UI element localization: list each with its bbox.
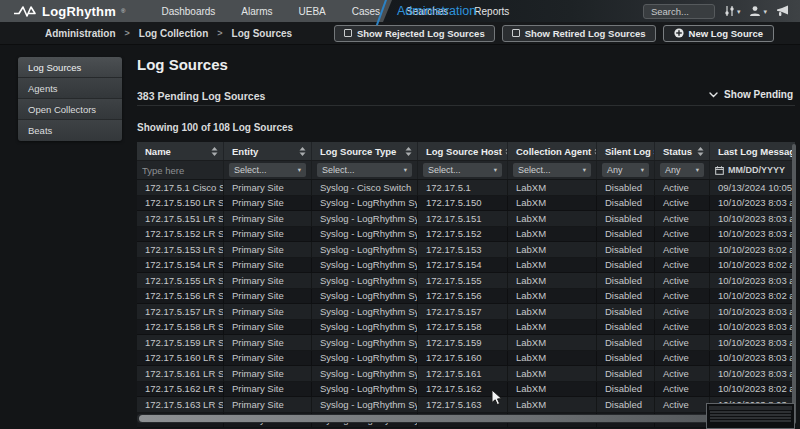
cell-type: Syslog - LogRhythm Syslog Ge...: [312, 304, 418, 320]
table-row[interactable]: 172.17.5.162 LR Sysl...Primary SiteSyslo…: [137, 382, 795, 398]
nav-item-ueba[interactable]: UEBA: [298, 6, 325, 17]
table-row[interactable]: 172.17.5.157 LR Sysl...Primary SiteSyslo…: [137, 304, 795, 320]
showing-count-label: Showing 100 of 108 Log Sources: [137, 122, 293, 133]
chevron-down-icon: ▾: [763, 8, 767, 15]
cell-name: 172.17.5.159 LR Sysl...: [137, 335, 224, 351]
table-row[interactable]: 172.17.5.156 LR Sysl...Primary SiteSyslo…: [137, 289, 795, 305]
cell-type: Syslog - LogRhythm Syslog Ge...: [312, 382, 418, 398]
cell-status: Active: [655, 397, 710, 413]
breadcrumb-log-sources[interactable]: Log Sources: [232, 28, 293, 39]
cell-status: Active: [655, 289, 710, 305]
column-header-name[interactable]: Name: [137, 142, 224, 160]
horizontal-scrollbar-track[interactable]: [137, 414, 795, 423]
filter-date-cell: MM/DD/YYYY: [710, 161, 795, 179]
logrhythm-logo[interactable]: LogRhythm ®: [0, 4, 125, 19]
thumbnail-row-stripe: [710, 411, 791, 413]
entity-filter-select[interactable]: Select... ▾: [229, 163, 306, 177]
cell-type: Syslog - LogRhythm Syslog Ge...: [312, 335, 418, 351]
table-row[interactable]: 172.17.5.1 Cisco Swit...Primary SiteSysl…: [137, 180, 795, 196]
nav-item-administration-active[interactable]: Administration: [397, 0, 476, 22]
breadcrumb-bar: Administration > Log Collection > Log So…: [0, 22, 800, 45]
cell-silent: Disabled: [597, 335, 655, 351]
column-header-log-source-host[interactable]: Log Source Host: [418, 142, 508, 160]
breadcrumb-administration[interactable]: Administration: [45, 28, 116, 39]
cell-agent: LabXM: [508, 397, 597, 413]
sort-icon: [405, 147, 412, 156]
breadcrumb-log-collection[interactable]: Log Collection: [139, 28, 208, 39]
sidebar-item-agents[interactable]: Agents: [18, 78, 122, 99]
column-header-last-log-message[interactable]: Last Log Message: [710, 142, 795, 160]
cell-host: 172.17.5.155: [418, 273, 508, 289]
chevron-down-icon: ▾: [298, 167, 301, 174]
table-row[interactable]: 172.17.5.151 LR Sysl...Primary SiteSyslo…: [137, 211, 795, 227]
announcements-megaphone-icon[interactable]: [776, 5, 790, 17]
show-rejected-label: Show Rejected Log Sources: [357, 28, 485, 39]
sort-icon: [299, 147, 306, 156]
cell-type: Syslog - Cisco Switch: [312, 180, 418, 196]
sidebar-item-log-sources[interactable]: Log Sources: [18, 57, 122, 78]
table-row[interactable]: 172.17.5.159 LR Sysl...Primary SiteSyslo…: [137, 335, 795, 351]
new-log-source-button[interactable]: New Log Source: [663, 25, 774, 42]
table-row[interactable]: 172.17.5.160 LR Sysl...Primary SiteSyslo…: [137, 351, 795, 367]
nav-item-alarms[interactable]: Alarms: [241, 6, 272, 17]
nav-item-cases[interactable]: Cases: [352, 6, 380, 17]
sidebar-item-open-collectors[interactable]: Open Collectors: [18, 99, 122, 120]
thumbnail-header-stripe: [709, 406, 792, 410]
table-row[interactable]: 172.17.5.161 LR Sysl...Primary SiteSyslo…: [137, 366, 795, 382]
status-filter-select[interactable]: Any ▾: [660, 163, 704, 177]
column-header-status[interactable]: Status: [655, 142, 710, 160]
settings-sliders-menu[interactable]: ▾: [724, 5, 741, 17]
filter-status-cell: Any ▾: [655, 161, 710, 179]
cell-silent: Disabled: [597, 258, 655, 274]
user-menu[interactable]: ▾: [749, 5, 767, 17]
log-source-type-filter-select[interactable]: Select... ▾: [317, 163, 412, 177]
column-header-silent-log-source[interactable]: Silent Log S...: [597, 142, 655, 160]
search-input[interactable]: Search...: [643, 4, 715, 19]
cell-message: 10/10/2023 8:03 am: [710, 196, 795, 212]
cell-type: Syslog - LogRhythm Syslog Ge...: [312, 196, 418, 212]
table-filter-row: Select... ▾ Select... ▾ Select... ▾ Sele…: [137, 161, 795, 180]
breadcrumb: Administration > Log Collection > Log So…: [0, 28, 292, 39]
chevron-down-icon: ▾: [737, 8, 741, 15]
cell-message: 10/10/2023 8:02 am: [710, 258, 795, 274]
table-row[interactable]: 172.17.5.158 LR Sysl...Primary SiteSyslo…: [137, 320, 795, 336]
chevron-down-icon: ▾: [641, 167, 644, 174]
vertical-scrollbar-thumb[interactable]: [792, 144, 796, 424]
table-row[interactable]: 172.17.5.154 LR Sysl...Primary SiteSyslo…: [137, 258, 795, 274]
cell-host: 172.17.5.150: [418, 196, 508, 212]
table-row[interactable]: 172.17.5.152 LR Sysl...Primary SiteSyslo…: [137, 227, 795, 243]
log-source-host-filter-select[interactable]: Select... ▾: [423, 163, 502, 177]
calendar-icon: [715, 166, 724, 175]
date-filter-input[interactable]: MM/DD/YYYY: [715, 165, 785, 175]
horizontal-scrollbar-thumb[interactable]: [139, 415, 713, 422]
table-row[interactable]: 172.17.5.150 LR Sysl...Primary SiteSyslo…: [137, 196, 795, 212]
sort-icon: [211, 147, 218, 156]
filter-entity-cell: Select... ▾: [224, 161, 312, 179]
column-header-log-source-type[interactable]: Log Source Type: [312, 142, 418, 160]
table-row[interactable]: 172.17.5.153 LR Sysl...Primary SiteSyslo…: [137, 242, 795, 258]
cell-silent: Disabled: [597, 289, 655, 305]
collection-agent-filter-select[interactable]: Select... ▾: [513, 163, 591, 177]
screen-preview-thumbnail[interactable]: [706, 403, 795, 429]
cell-entity: Primary Site: [224, 382, 312, 398]
nav-item-reports[interactable]: Reports: [474, 6, 509, 17]
column-header-collection-agent[interactable]: Collection Agent: [508, 142, 597, 160]
show-pending-toggle[interactable]: Show Pending: [709, 89, 793, 100]
top-nav: LogRhythm ® Dashboards Alarms UEBA Cases…: [0, 0, 800, 22]
cell-message: 10/10/2023 8:02 am: [710, 242, 795, 258]
sidebar-item-beats[interactable]: Beats: [18, 120, 122, 141]
show-retired-log-sources-button[interactable]: Show Retired Log Sources: [502, 25, 656, 42]
table-row[interactable]: 172.17.5.155 LR Sysl...Primary SiteSyslo…: [137, 273, 795, 289]
table-body: 172.17.5.1 Cisco Swit...Primary SiteSysl…: [137, 180, 795, 428]
silent-log-source-filter-select[interactable]: Any ▾: [602, 163, 649, 177]
cell-entity: Primary Site: [224, 196, 312, 212]
nav-item-dashboards[interactable]: Dashboards: [161, 6, 215, 17]
cell-message: 09/13/2024 10:05 am: [710, 180, 795, 196]
show-rejected-log-sources-button[interactable]: Show Rejected Log Sources: [334, 25, 495, 42]
column-header-entity[interactable]: Entity: [224, 142, 312, 160]
thumbnail-row-stripe: [710, 417, 791, 419]
cell-type: Syslog - LogRhythm Syslog Ge...: [312, 211, 418, 227]
name-filter-input[interactable]: [142, 165, 218, 176]
sidebar: Log Sources Agents Open Collectors Beats: [18, 57, 122, 141]
table-row[interactable]: 172.17.5.163 LR Sysl...Primary SiteSyslo…: [137, 397, 795, 413]
